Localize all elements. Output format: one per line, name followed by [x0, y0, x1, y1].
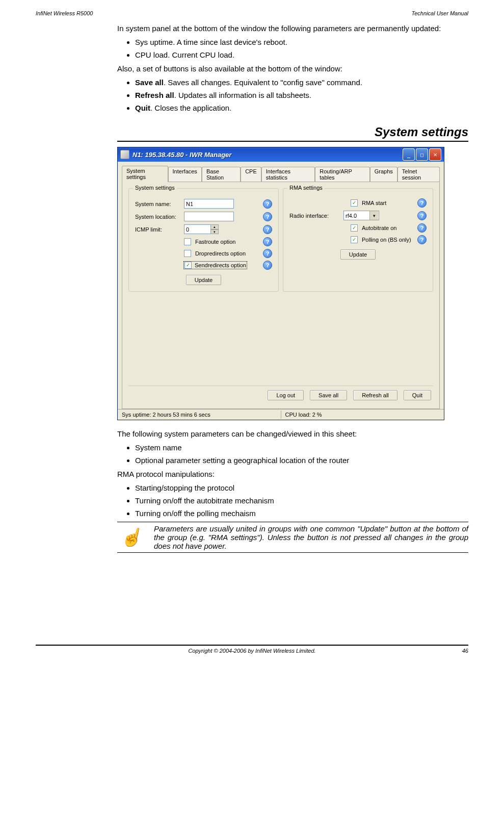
tab-cpe[interactable]: CPE	[241, 167, 261, 183]
after-paragraph: The following system parameters can be c…	[117, 429, 468, 438]
system-update-button[interactable]: Update	[186, 275, 221, 285]
tab-routing[interactable]: Routing/ARP tables	[315, 167, 370, 183]
log-out-button[interactable]: Log out	[268, 390, 304, 400]
window-title: N1: 195.38.45.80 - IWR Manager	[132, 151, 403, 159]
intro-paragraph: In system panel at the bottom of the win…	[117, 24, 468, 33]
bold-term: Save all	[135, 78, 164, 87]
spinner-down-icon[interactable]: ▾	[210, 229, 219, 235]
help-icon[interactable]: ?	[263, 249, 272, 258]
rma-update-button[interactable]: Update	[340, 249, 376, 260]
icmp-limit-label: ICMP limit:	[135, 226, 181, 233]
sendredirects-checkbox[interactable]: ✓	[184, 262, 192, 269]
tab-system-settings[interactable]: System settings	[122, 166, 168, 182]
status-uptime: Sys uptime: 2 hours 53 mins 6 secs	[118, 411, 281, 419]
fastroute-label: Fastroute option	[195, 239, 236, 245]
tab-strip: System settings Interfaces Base Station …	[122, 166, 440, 182]
rma-bullet: Turning on/off the polling mechaism	[135, 509, 468, 518]
groupbox-system-settings: System settings System name: ? System lo…	[128, 188, 279, 292]
bold-term: Quit	[135, 104, 150, 112]
footer-copyright: Copyright © 2004-2006 by InfiNet Wireles…	[56, 648, 448, 654]
system-location-input[interactable]	[184, 212, 234, 221]
polling-label: Polling on (BS only)	[362, 237, 411, 243]
titlebar[interactable]: N1: 195.38.45.80 - IWR Manager _ □ ✕	[118, 147, 444, 162]
dropredirects-checkbox[interactable]	[184, 250, 191, 257]
rma-paragraph: RMA protocol manipulations:	[117, 470, 468, 478]
help-icon[interactable]: ?	[263, 212, 272, 221]
pointing-hand-icon: ☝	[117, 524, 145, 550]
also-bullet: Quit. Closes the application.	[135, 104, 468, 112]
app-window: N1: 195.38.45.80 - IWR Manager _ □ ✕ Sys…	[117, 147, 444, 420]
autobitrate-label: Autobitrate on	[362, 225, 397, 231]
help-icon[interactable]: ?	[417, 223, 427, 233]
groupbox-title: RMA settings	[287, 185, 325, 191]
also-paragraph: Also, a set of buttons is also available…	[117, 64, 468, 73]
system-location-label: System location:	[135, 214, 181, 220]
tab-base-station[interactable]: Base Station	[202, 167, 241, 183]
tab-if-statistics[interactable]: Interfaces statistics	[261, 167, 315, 183]
help-icon[interactable]: ?	[417, 211, 427, 220]
status-cpu: CPU load: 2 %	[281, 411, 444, 419]
bullet-tail: . Updates all information is all tabshee…	[174, 91, 311, 99]
dropredirects-label: Dropredirects option	[195, 250, 246, 257]
system-name-input[interactable]	[184, 199, 234, 209]
help-icon[interactable]: ?	[263, 237, 272, 246]
app-icon	[120, 150, 129, 159]
tab-telnet[interactable]: Telnet session	[397, 167, 440, 183]
also-bullet: Refresh all. Updates all information is …	[135, 91, 468, 99]
tab-graphs[interactable]: Graphs	[370, 167, 397, 183]
note-text: Parameters are usually united in groups …	[154, 524, 468, 550]
radio-interface-select[interactable]: rf4.0	[343, 211, 379, 220]
bullet-tail: . Closes the application.	[150, 104, 231, 112]
header-left: InfiNet Wireless R5000	[36, 10, 93, 16]
select-value: rf4.0	[346, 213, 357, 219]
help-icon[interactable]: ?	[263, 225, 272, 234]
note-box: ☝ Parameters are usually united in group…	[117, 522, 468, 553]
header-right: Technical User Manual	[412, 10, 468, 16]
after-bullet: Optional parameter setting a geographica…	[135, 456, 468, 465]
help-icon[interactable]: ?	[417, 235, 427, 244]
help-icon[interactable]: ?	[417, 198, 427, 208]
autobitrate-checkbox[interactable]: ✓	[351, 224, 358, 232]
rma-bullet: Starting/stopping the protocol	[135, 483, 468, 492]
save-all-button[interactable]: Save all	[310, 390, 347, 400]
bold-term: Refresh all	[135, 91, 174, 99]
sendredirects-label: Sendredirects option	[195, 262, 246, 268]
refresh-all-button[interactable]: Refresh all	[353, 390, 397, 400]
minimize-button[interactable]: _	[403, 148, 415, 161]
help-icon[interactable]: ?	[263, 199, 272, 209]
fastroute-checkbox[interactable]	[184, 238, 191, 245]
page-number: 46	[448, 648, 468, 654]
help-icon[interactable]: ?	[263, 261, 272, 270]
section-rule	[117, 141, 468, 142]
rma-start-label: RMA start	[362, 200, 386, 206]
quit-button[interactable]: Quit	[404, 390, 431, 400]
icmp-limit-spinner[interactable]: ▴▾	[184, 224, 219, 234]
section-heading: System settings	[117, 125, 468, 139]
spinner-up-icon[interactable]: ▴	[210, 224, 219, 229]
system-name-label: System name:	[135, 201, 181, 207]
groupbox-title: System settings	[133, 185, 177, 191]
intro-bullet: Sys uptime. A time since last device's r…	[135, 38, 468, 46]
after-bullet: System name	[135, 443, 468, 452]
rma-start-checkbox[interactable]: ✓	[351, 199, 358, 207]
polling-checkbox[interactable]: ✓	[351, 236, 358, 243]
close-button[interactable]: ✕	[429, 148, 441, 161]
tab-interfaces[interactable]: Interfaces	[168, 167, 202, 183]
intro-bullet: CPU load. Current CPU load.	[135, 50, 468, 59]
status-bar: Sys uptime: 2 hours 53 mins 6 secs CPU l…	[118, 409, 444, 420]
radio-interface-label: Radio interface:	[289, 213, 340, 219]
maximize-button[interactable]: □	[416, 148, 428, 161]
also-bullet: Save all. Saves all changes. Equivalent …	[135, 78, 468, 87]
rma-bullet: Turning on/off the autobitrate mechanism	[135, 496, 468, 505]
groupbox-rma-settings: RMA settings ✓ RMA start ? Radio interfa…	[283, 188, 433, 292]
bullet-tail: . Saves all changes. Equivalent to "conf…	[164, 78, 362, 87]
